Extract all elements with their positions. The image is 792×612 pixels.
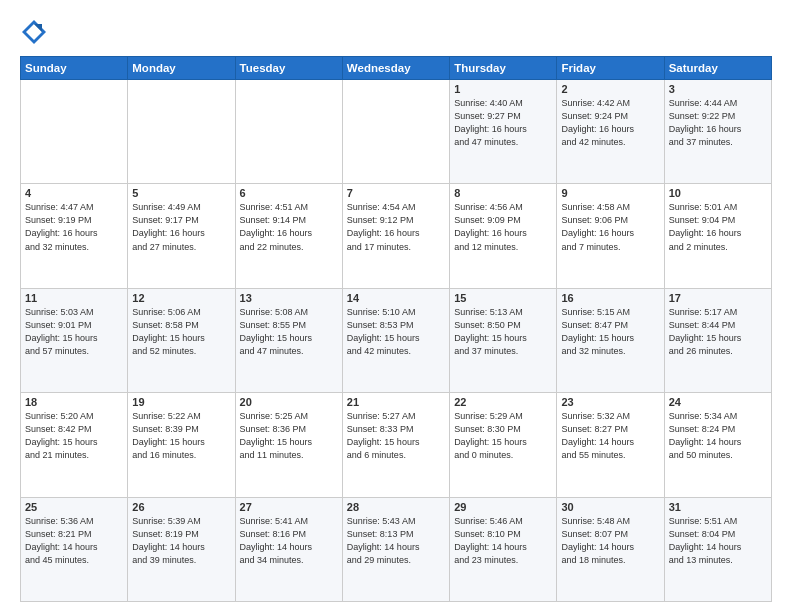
day-number: 14: [347, 292, 445, 304]
day-info: Sunrise: 5:32 AM Sunset: 8:27 PM Dayligh…: [561, 410, 659, 462]
day-number: 4: [25, 187, 123, 199]
calendar-cell: 6Sunrise: 4:51 AM Sunset: 9:14 PM Daylig…: [235, 184, 342, 288]
day-number: 2: [561, 83, 659, 95]
day-number: 6: [240, 187, 338, 199]
calendar-cell: 9Sunrise: 4:58 AM Sunset: 9:06 PM Daylig…: [557, 184, 664, 288]
calendar-week-row: 18Sunrise: 5:20 AM Sunset: 8:42 PM Dayli…: [21, 393, 772, 497]
logo: [20, 18, 52, 46]
calendar-cell: 10Sunrise: 5:01 AM Sunset: 9:04 PM Dayli…: [664, 184, 771, 288]
day-info: Sunrise: 5:10 AM Sunset: 8:53 PM Dayligh…: [347, 306, 445, 358]
calendar-cell: 1Sunrise: 4:40 AM Sunset: 9:27 PM Daylig…: [450, 80, 557, 184]
day-number: 22: [454, 396, 552, 408]
calendar-cell: [21, 80, 128, 184]
day-number: 10: [669, 187, 767, 199]
day-number: 26: [132, 501, 230, 513]
day-number: 23: [561, 396, 659, 408]
day-info: Sunrise: 4:42 AM Sunset: 9:24 PM Dayligh…: [561, 97, 659, 149]
day-info: Sunrise: 5:22 AM Sunset: 8:39 PM Dayligh…: [132, 410, 230, 462]
day-info: Sunrise: 4:56 AM Sunset: 9:09 PM Dayligh…: [454, 201, 552, 253]
day-info: Sunrise: 5:46 AM Sunset: 8:10 PM Dayligh…: [454, 515, 552, 567]
day-info: Sunrise: 5:51 AM Sunset: 8:04 PM Dayligh…: [669, 515, 767, 567]
day-number: 15: [454, 292, 552, 304]
calendar-cell: 29Sunrise: 5:46 AM Sunset: 8:10 PM Dayli…: [450, 497, 557, 601]
calendar-cell: 28Sunrise: 5:43 AM Sunset: 8:13 PM Dayli…: [342, 497, 449, 601]
calendar-week-row: 11Sunrise: 5:03 AM Sunset: 9:01 PM Dayli…: [21, 288, 772, 392]
calendar-cell: 23Sunrise: 5:32 AM Sunset: 8:27 PM Dayli…: [557, 393, 664, 497]
calendar-cell: 2Sunrise: 4:42 AM Sunset: 9:24 PM Daylig…: [557, 80, 664, 184]
calendar-cell: 8Sunrise: 4:56 AM Sunset: 9:09 PM Daylig…: [450, 184, 557, 288]
day-number: 1: [454, 83, 552, 95]
day-info: Sunrise: 5:06 AM Sunset: 8:58 PM Dayligh…: [132, 306, 230, 358]
calendar-cell: 27Sunrise: 5:41 AM Sunset: 8:16 PM Dayli…: [235, 497, 342, 601]
day-number: 9: [561, 187, 659, 199]
calendar-cell: 13Sunrise: 5:08 AM Sunset: 8:55 PM Dayli…: [235, 288, 342, 392]
day-number: 31: [669, 501, 767, 513]
day-number: 7: [347, 187, 445, 199]
calendar-cell: 24Sunrise: 5:34 AM Sunset: 8:24 PM Dayli…: [664, 393, 771, 497]
calendar-cell: 17Sunrise: 5:17 AM Sunset: 8:44 PM Dayli…: [664, 288, 771, 392]
day-info: Sunrise: 5:34 AM Sunset: 8:24 PM Dayligh…: [669, 410, 767, 462]
day-info: Sunrise: 5:20 AM Sunset: 8:42 PM Dayligh…: [25, 410, 123, 462]
day-number: 18: [25, 396, 123, 408]
day-of-week-thursday: Thursday: [450, 57, 557, 80]
calendar-header-row: SundayMondayTuesdayWednesdayThursdayFrid…: [21, 57, 772, 80]
calendar-cell: 3Sunrise: 4:44 AM Sunset: 9:22 PM Daylig…: [664, 80, 771, 184]
day-info: Sunrise: 5:01 AM Sunset: 9:04 PM Dayligh…: [669, 201, 767, 253]
calendar-cell: 15Sunrise: 5:13 AM Sunset: 8:50 PM Dayli…: [450, 288, 557, 392]
day-number: 25: [25, 501, 123, 513]
day-number: 5: [132, 187, 230, 199]
calendar-week-row: 25Sunrise: 5:36 AM Sunset: 8:21 PM Dayli…: [21, 497, 772, 601]
day-info: Sunrise: 4:58 AM Sunset: 9:06 PM Dayligh…: [561, 201, 659, 253]
day-number: 17: [669, 292, 767, 304]
calendar-week-row: 1Sunrise: 4:40 AM Sunset: 9:27 PM Daylig…: [21, 80, 772, 184]
calendar-cell: 19Sunrise: 5:22 AM Sunset: 8:39 PM Dayli…: [128, 393, 235, 497]
calendar-cell: 7Sunrise: 4:54 AM Sunset: 9:12 PM Daylig…: [342, 184, 449, 288]
calendar-cell: 26Sunrise: 5:39 AM Sunset: 8:19 PM Dayli…: [128, 497, 235, 601]
calendar-cell: [235, 80, 342, 184]
day-number: 27: [240, 501, 338, 513]
calendar-cell: 12Sunrise: 5:06 AM Sunset: 8:58 PM Dayli…: [128, 288, 235, 392]
day-number: 12: [132, 292, 230, 304]
logo-icon: [20, 18, 48, 46]
day-of-week-tuesday: Tuesday: [235, 57, 342, 80]
day-number: 21: [347, 396, 445, 408]
calendar-cell: 18Sunrise: 5:20 AM Sunset: 8:42 PM Dayli…: [21, 393, 128, 497]
calendar-cell: 25Sunrise: 5:36 AM Sunset: 8:21 PM Dayli…: [21, 497, 128, 601]
day-number: 29: [454, 501, 552, 513]
day-info: Sunrise: 5:13 AM Sunset: 8:50 PM Dayligh…: [454, 306, 552, 358]
day-number: 28: [347, 501, 445, 513]
day-number: 3: [669, 83, 767, 95]
calendar-week-row: 4Sunrise: 4:47 AM Sunset: 9:19 PM Daylig…: [21, 184, 772, 288]
day-of-week-sunday: Sunday: [21, 57, 128, 80]
day-number: 16: [561, 292, 659, 304]
calendar-cell: 31Sunrise: 5:51 AM Sunset: 8:04 PM Dayli…: [664, 497, 771, 601]
calendar-table: SundayMondayTuesdayWednesdayThursdayFrid…: [20, 56, 772, 602]
day-info: Sunrise: 5:15 AM Sunset: 8:47 PM Dayligh…: [561, 306, 659, 358]
day-info: Sunrise: 5:25 AM Sunset: 8:36 PM Dayligh…: [240, 410, 338, 462]
calendar-cell: [128, 80, 235, 184]
day-info: Sunrise: 4:47 AM Sunset: 9:19 PM Dayligh…: [25, 201, 123, 253]
calendar-cell: 16Sunrise: 5:15 AM Sunset: 8:47 PM Dayli…: [557, 288, 664, 392]
day-number: 30: [561, 501, 659, 513]
day-of-week-monday: Monday: [128, 57, 235, 80]
day-number: 11: [25, 292, 123, 304]
day-info: Sunrise: 4:49 AM Sunset: 9:17 PM Dayligh…: [132, 201, 230, 253]
day-of-week-friday: Friday: [557, 57, 664, 80]
calendar-cell: 5Sunrise: 4:49 AM Sunset: 9:17 PM Daylig…: [128, 184, 235, 288]
day-info: Sunrise: 5:29 AM Sunset: 8:30 PM Dayligh…: [454, 410, 552, 462]
day-number: 19: [132, 396, 230, 408]
day-info: Sunrise: 4:54 AM Sunset: 9:12 PM Dayligh…: [347, 201, 445, 253]
calendar-cell: [342, 80, 449, 184]
day-of-week-saturday: Saturday: [664, 57, 771, 80]
day-info: Sunrise: 5:39 AM Sunset: 8:19 PM Dayligh…: [132, 515, 230, 567]
day-info: Sunrise: 5:48 AM Sunset: 8:07 PM Dayligh…: [561, 515, 659, 567]
header: [20, 18, 772, 46]
day-of-week-wednesday: Wednesday: [342, 57, 449, 80]
calendar-cell: 22Sunrise: 5:29 AM Sunset: 8:30 PM Dayli…: [450, 393, 557, 497]
calendar-cell: 11Sunrise: 5:03 AM Sunset: 9:01 PM Dayli…: [21, 288, 128, 392]
day-info: Sunrise: 5:03 AM Sunset: 9:01 PM Dayligh…: [25, 306, 123, 358]
day-number: 24: [669, 396, 767, 408]
day-number: 20: [240, 396, 338, 408]
calendar-cell: 21Sunrise: 5:27 AM Sunset: 8:33 PM Dayli…: [342, 393, 449, 497]
day-info: Sunrise: 5:43 AM Sunset: 8:13 PM Dayligh…: [347, 515, 445, 567]
